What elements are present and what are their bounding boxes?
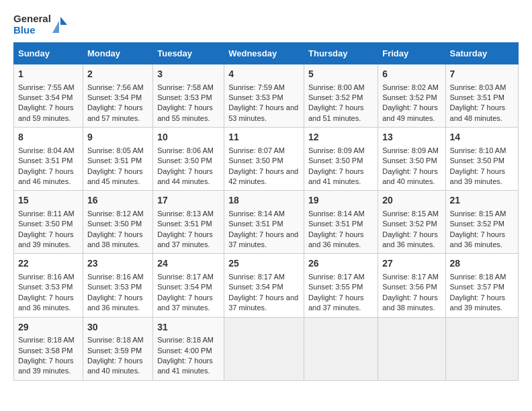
day-number: 20 — [382, 194, 441, 208]
calendar-cell: 25Sunrise: 8:17 AMSunset: 3:54 PMDayligh… — [224, 254, 304, 317]
day-header-sunday: Sunday — [14, 43, 83, 64]
calendar-cell: 13Sunrise: 8:09 AMSunset: 3:50 PMDayligh… — [378, 128, 445, 191]
day-number: 3 — [157, 68, 220, 81]
day-number: 30 — [87, 321, 148, 334]
calendar-cell: 11Sunrise: 8:07 AMSunset: 3:50 PMDayligh… — [224, 128, 304, 191]
day-number: 12 — [308, 131, 373, 144]
calendar-cell: 4Sunrise: 7:59 AMSunset: 3:53 PMDaylight… — [224, 64, 304, 128]
calendar-cell: 14Sunrise: 8:10 AMSunset: 3:50 PMDayligh… — [445, 128, 518, 191]
logo-sail-icon — [52, 15, 67, 34]
day-number: 19 — [308, 194, 373, 208]
day-number: 5 — [308, 68, 373, 81]
day-number: 25 — [228, 257, 300, 271]
week-row-5: 29Sunrise: 8:18 AMSunset: 3:58 PMDayligh… — [14, 317, 519, 380]
calendar-cell: 21Sunrise: 8:15 AMSunset: 3:52 PMDayligh… — [445, 191, 518, 254]
header-row: SundayMondayTuesdayWednesdayThursdayFrid… — [14, 43, 519, 64]
calendar-cell — [378, 317, 445, 380]
calendar-cell: 2Sunrise: 7:56 AMSunset: 3:54 PMDaylight… — [83, 64, 152, 128]
day-number: 24 — [157, 257, 220, 271]
calendar-cell — [224, 317, 304, 380]
day-header-thursday: Thursday — [304, 43, 378, 64]
calendar-cell: 18Sunrise: 8:14 AMSunset: 3:51 PMDayligh… — [224, 191, 304, 254]
calendar-cell: 5Sunrise: 8:00 AMSunset: 3:52 PMDaylight… — [304, 64, 378, 128]
day-number: 17 — [157, 194, 220, 208]
calendar-cell: 23Sunrise: 8:16 AMSunset: 3:53 PMDayligh… — [83, 254, 152, 317]
day-number: 10 — [157, 131, 220, 144]
day-number: 26 — [308, 257, 373, 271]
day-number: 31 — [157, 321, 220, 334]
calendar-cell: 27Sunrise: 8:17 AMSunset: 3:56 PMDayligh… — [378, 254, 445, 317]
day-number: 27 — [382, 257, 441, 271]
header: General Blue — [13, 13, 519, 36]
calendar-cell: 1Sunrise: 7:55 AMSunset: 3:54 PMDaylight… — [14, 64, 83, 128]
day-header-monday: Monday — [83, 43, 152, 64]
calendar-cell: 28Sunrise: 8:18 AMSunset: 3:57 PMDayligh… — [445, 254, 518, 317]
calendar-cell: 7Sunrise: 8:03 AMSunset: 3:51 PMDaylight… — [445, 64, 518, 128]
calendar-cell: 3Sunrise: 7:58 AMSunset: 3:53 PMDaylight… — [153, 64, 224, 128]
day-number: 22 — [18, 257, 79, 271]
day-number: 13 — [382, 131, 441, 144]
day-number: 14 — [450, 131, 514, 144]
calendar-cell: 22Sunrise: 8:16 AMSunset: 3:53 PMDayligh… — [14, 254, 83, 317]
calendar-cell: 12Sunrise: 8:09 AMSunset: 3:50 PMDayligh… — [304, 128, 378, 191]
day-number: 15 — [18, 194, 79, 208]
calendar-cell: 26Sunrise: 8:17 AMSunset: 3:55 PMDayligh… — [304, 254, 378, 317]
logo: General Blue — [13, 13, 67, 36]
week-row-2: 8Sunrise: 8:04 AMSunset: 3:51 PMDaylight… — [14, 128, 519, 191]
day-header-wednesday: Wednesday — [224, 43, 304, 64]
day-number: 29 — [18, 321, 79, 334]
day-number: 4 — [228, 68, 300, 81]
day-number: 8 — [18, 131, 79, 144]
calendar-cell: 9Sunrise: 8:05 AMSunset: 3:51 PMDaylight… — [83, 128, 152, 191]
calendar-cell: 30Sunrise: 8:18 AMSunset: 3:59 PMDayligh… — [83, 317, 152, 380]
week-row-1: 1Sunrise: 7:55 AMSunset: 3:54 PMDaylight… — [14, 64, 519, 128]
calendar-cell: 10Sunrise: 8:06 AMSunset: 3:50 PMDayligh… — [153, 128, 224, 191]
day-number: 18 — [228, 194, 300, 208]
day-header-friday: Friday — [378, 43, 445, 64]
calendar-cell: 19Sunrise: 8:14 AMSunset: 3:51 PMDayligh… — [304, 191, 378, 254]
calendar-cell: 24Sunrise: 8:17 AMSunset: 3:54 PMDayligh… — [153, 254, 224, 317]
calendar-cell: 17Sunrise: 8:13 AMSunset: 3:51 PMDayligh… — [153, 191, 224, 254]
day-number: 21 — [450, 194, 514, 208]
day-number: 23 — [87, 257, 148, 271]
day-number: 9 — [87, 131, 148, 144]
svg-marker-1 — [52, 21, 59, 33]
day-number: 2 — [87, 68, 148, 81]
calendar-cell — [304, 317, 378, 380]
calendar-cell: 31Sunrise: 8:18 AMSunset: 4:00 PMDayligh… — [153, 317, 224, 380]
calendar-cell — [445, 317, 518, 380]
day-number: 16 — [87, 194, 148, 208]
calendar-cell: 29Sunrise: 8:18 AMSunset: 3:58 PMDayligh… — [14, 317, 83, 380]
day-number: 7 — [450, 68, 514, 81]
calendar-cell: 16Sunrise: 8:12 AMSunset: 3:50 PMDayligh… — [83, 191, 152, 254]
day-number: 28 — [450, 257, 514, 271]
calendar-table: SundayMondayTuesdayWednesdayThursdayFrid… — [13, 42, 519, 381]
calendar-cell: 20Sunrise: 8:15 AMSunset: 3:52 PMDayligh… — [378, 191, 445, 254]
week-row-3: 15Sunrise: 8:11 AMSunset: 3:50 PMDayligh… — [14, 191, 519, 254]
day-number: 6 — [382, 68, 441, 81]
day-header-saturday: Saturday — [445, 43, 518, 64]
calendar-cell: 6Sunrise: 8:02 AMSunset: 3:52 PMDaylight… — [378, 64, 445, 128]
calendar-cell: 15Sunrise: 8:11 AMSunset: 3:50 PMDayligh… — [14, 191, 83, 254]
logo-text: General Blue — [13, 13, 67, 36]
day-header-tuesday: Tuesday — [153, 43, 224, 64]
calendar-cell: 8Sunrise: 8:04 AMSunset: 3:51 PMDaylight… — [14, 128, 83, 191]
day-number: 11 — [228, 131, 300, 144]
week-row-4: 22Sunrise: 8:16 AMSunset: 3:53 PMDayligh… — [14, 254, 519, 317]
day-number: 1 — [18, 68, 79, 81]
svg-marker-0 — [60, 17, 67, 25]
